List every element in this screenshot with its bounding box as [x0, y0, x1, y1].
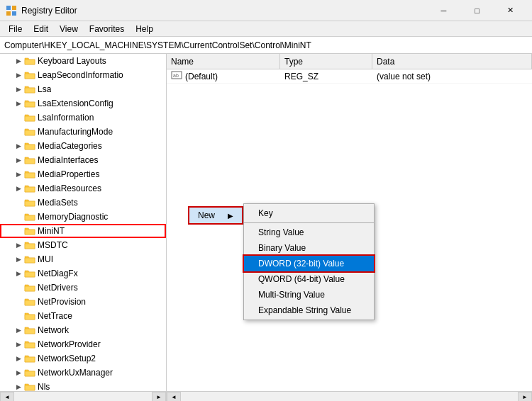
tree-item[interactable]: LsaInformation — [0, 111, 166, 125]
list-header: Name Type Data — [167, 54, 532, 69]
tree-expand-icon[interactable]: ▶ — [14, 154, 23, 166]
tree-hscrollbar[interactable]: ◄ ► — [0, 392, 167, 401]
folder-icon — [24, 282, 35, 293]
menu-favorites[interactable]: Favorites — [84, 23, 130, 35]
folder-icon — [24, 211, 35, 222]
tree-item-label: MUI — [38, 254, 53, 264]
tree-item[interactable]: ▶ MSDTC — [0, 238, 166, 252]
folder-icon — [24, 140, 35, 152]
maximize-button[interactable]: □ — [461, 0, 493, 21]
folder-icon — [24, 84, 35, 95]
tree-item[interactable]: ▶ MediaCategories — [0, 139, 166, 153]
tree-expand-icon[interactable]: ▶ — [14, 98, 23, 109]
tree-expand-icon[interactable]: ▶ — [14, 353, 23, 364]
values-hscrollbar[interactable]: ◄ ► — [167, 392, 532, 401]
tree-expand-icon[interactable] — [14, 225, 23, 237]
tree-item-label: NetDrivers — [38, 283, 78, 293]
tree-expand-icon[interactable] — [14, 112, 23, 123]
tree-item[interactable]: NetDrivers — [0, 281, 166, 295]
folder-icon — [24, 197, 35, 208]
submenu-item-string[interactable]: String Value — [244, 225, 374, 240]
tree-item[interactable]: ▶ MediaResources — [0, 181, 166, 196]
scroll-right-btn[interactable]: ► — [152, 392, 166, 401]
submenu-item-key[interactable]: Key — [244, 205, 374, 221]
tree-expand-icon[interactable] — [14, 197, 23, 208]
tree-expand-icon[interactable]: ▶ — [14, 339, 23, 350]
tree-item-label: MediaResources — [38, 183, 101, 193]
tree-item[interactable]: MemoryDiagnostic — [0, 210, 166, 224]
tree-item[interactable]: ManufacturingMode — [0, 125, 166, 139]
tree-expand-icon[interactable]: ▶ — [14, 55, 23, 67]
cell-name: ab (Default) — [167, 69, 280, 83]
tree-item[interactable]: ▶ Lsa — [0, 82, 166, 96]
tree-item-label: Lsa — [38, 84, 51, 94]
tree-expand-icon[interactable]: ▶ — [14, 69, 23, 81]
tree-item-label: NetworkSetup2 — [38, 354, 96, 363]
menu-file[interactable]: File — [3, 23, 28, 35]
tree-item[interactable]: ▶ NetworkProvider — [0, 337, 166, 351]
tree-expand-icon[interactable] — [14, 282, 23, 293]
scroll-right-btn2[interactable]: ► — [518, 392, 532, 401]
col-header-type[interactable]: Type — [280, 54, 372, 69]
tree-expand-icon[interactable] — [14, 211, 23, 222]
tree-item-label: MediaCategories — [38, 141, 102, 151]
submenu-item-binary[interactable]: Binary Value — [244, 240, 374, 256]
folder-icon — [24, 296, 35, 307]
tree-item[interactable]: ▶ Keyboard Layouts — [0, 54, 166, 68]
tree-item[interactable]: ▶ NetDiagFx — [0, 266, 166, 281]
scroll-left-btn2[interactable]: ◄ — [167, 392, 181, 401]
tree-item[interactable]: ▶ MediaProperties — [0, 167, 166, 181]
menu-edit[interactable]: Edit — [28, 23, 54, 35]
tree-item[interactable]: ▶ NetworkSetup2 — [0, 351, 166, 366]
svg-rect-0 — [6, 6, 11, 10]
tree-expand-icon[interactable]: ▶ — [14, 84, 23, 95]
folder-icon — [24, 225, 35, 237]
menu-help[interactable]: Help — [130, 23, 159, 35]
tree-expand-icon[interactable]: ▶ — [14, 268, 23, 279]
tree-expand-icon[interactable]: ▶ — [14, 254, 23, 265]
menu-view[interactable]: View — [54, 23, 84, 35]
submenu-item-expandable[interactable]: Expandable String Value — [244, 303, 374, 318]
tree-item[interactable]: ▶ LeapSecondInformatio — [0, 68, 166, 82]
tree-expand-icon[interactable]: ▶ — [14, 140, 23, 152]
scroll-left-btn[interactable]: ◄ — [0, 392, 14, 401]
tree-item[interactable]: ▶ NetworkUxManager — [0, 366, 166, 380]
table-row[interactable]: ab (Default) REG_SZ (value not set) — [167, 69, 532, 84]
registry-tree[interactable]: ▶ Keyboard Layouts▶ LeapSecondInformatio… — [0, 54, 167, 401]
scroll-track2 — [181, 392, 518, 401]
tree-item[interactable]: MediaSets — [0, 196, 166, 210]
tree-expand-icon[interactable]: ▶ — [14, 169, 23, 180]
folder-icon — [24, 353, 35, 364]
col-header-data[interactable]: Data — [372, 54, 532, 69]
tree-item[interactable]: ▶ MUI — [0, 252, 166, 266]
tree-item[interactable]: NetProvision — [0, 295, 166, 309]
tree-item[interactable]: ▶ Network — [0, 323, 166, 337]
submenu-item-multistring[interactable]: Multi-String Value — [244, 287, 374, 303]
tree-item[interactable]: ▶ LsaExtensionConfig — [0, 96, 166, 111]
tree-expand-icon[interactable]: ▶ — [14, 367, 23, 378]
scroll-track — [14, 392, 152, 401]
address-path: Computer\HKEY_LOCAL_MACHINE\SYSTEM\Curre… — [4, 40, 311, 50]
tree-expand-icon[interactable] — [14, 296, 23, 307]
submenu-item-dword[interactable]: DWORD (32-bit) Value — [244, 256, 374, 271]
tree-expand-icon[interactable] — [14, 126, 23, 137]
tree-item-label: LsaInformation — [38, 113, 94, 123]
tree-item[interactable]: NetTrace — [0, 309, 166, 323]
new-menu-trigger[interactable]: New ▶ — [188, 206, 243, 225]
folder-icon — [24, 324, 35, 336]
tree-item[interactable]: ▶ MediaInterfaces — [0, 153, 166, 167]
submenu-item-qword[interactable]: QWORD (64-bit) Value — [244, 271, 374, 287]
tree-expand-icon[interactable]: ▶ — [14, 239, 23, 251]
tree-expand-icon[interactable]: ▶ — [14, 183, 23, 194]
folder-icon — [24, 55, 35, 67]
tree-expand-icon[interactable]: ▶ — [14, 324, 23, 336]
tree-expand-icon[interactable] — [14, 310, 23, 322]
tree-item-label: LeapSecondInformatio — [38, 70, 123, 80]
cell-type: REG_SZ — [280, 72, 372, 81]
close-button[interactable]: ✕ — [494, 0, 526, 21]
col-header-name[interactable]: Name — [167, 54, 280, 69]
tree-item[interactable]: MiniNT — [0, 224, 166, 238]
tree-item-label: MSDTC — [38, 240, 68, 250]
tree-item-label: Keyboard Layouts — [38, 56, 106, 66]
minimize-button[interactable]: ─ — [428, 0, 460, 21]
